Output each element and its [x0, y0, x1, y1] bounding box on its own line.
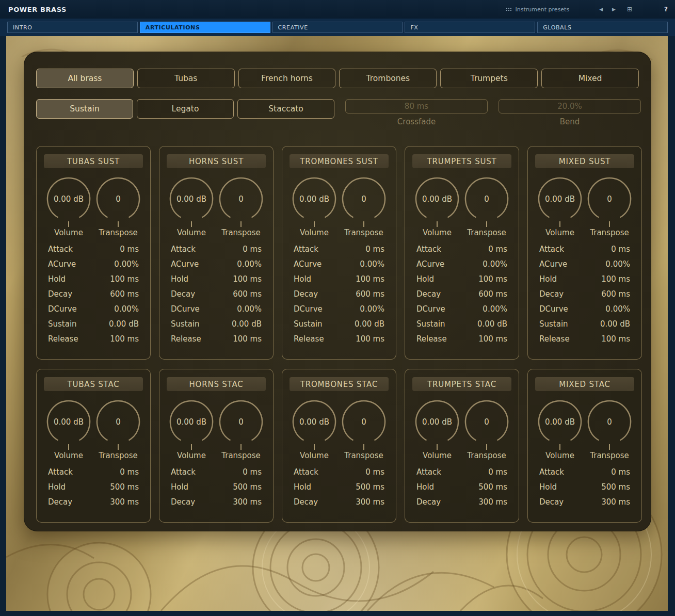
transpose-knob[interactable]: 0Transpose [462, 175, 511, 237]
param-value[interactable]: 0.00% [114, 260, 139, 269]
param-value[interactable]: 100 ms [356, 334, 384, 344]
card-title[interactable]: MIXED STAC [535, 377, 634, 391]
volume-knob[interactable]: 0.00 dBVolume [290, 175, 339, 237]
param-value[interactable]: 0.00% [360, 304, 384, 314]
card-title[interactable]: TUBAS STAC [44, 377, 143, 391]
param-value[interactable]: 0 ms [120, 245, 139, 254]
ensemble-button-trombones[interactable]: Trombones [339, 69, 437, 88]
transpose-knob[interactable]: 0Transpose [93, 175, 143, 237]
help-icon[interactable]: ? [664, 6, 668, 13]
param-value[interactable]: 100 ms [601, 334, 630, 344]
param-value[interactable]: 300 ms [233, 497, 262, 507]
param-value[interactable]: 300 ms [356, 497, 384, 507]
param-value[interactable]: 100 ms [110, 274, 139, 284]
tab-globals[interactable]: GLOBALS [537, 22, 668, 33]
ensemble-button-all-brass[interactable]: All brass [36, 69, 134, 88]
param-value[interactable]: 0.00% [605, 304, 630, 314]
articulation-button-staccato[interactable]: Staccato [237, 99, 334, 119]
param-value[interactable]: 0.00% [237, 304, 262, 314]
param-value[interactable]: 500 ms [356, 482, 384, 492]
param-value[interactable]: 500 ms [233, 482, 262, 492]
param-value[interactable]: 0 ms [120, 467, 139, 477]
param-value[interactable]: 100 ms [110, 334, 139, 344]
param-value[interactable]: 300 ms [601, 497, 630, 507]
bend-value[interactable]: 20.0% [499, 99, 641, 114]
tab-intro[interactable]: INTRO [7, 22, 138, 33]
param-value[interactable]: 0.00% [483, 304, 507, 314]
previous-preset-icon[interactable]: ◀ [599, 7, 603, 12]
card-title[interactable]: MIXED SUST [535, 154, 634, 168]
next-preset-icon[interactable]: ▶ [612, 7, 616, 12]
param-value[interactable]: 0.00 dB [232, 319, 262, 329]
param-value[interactable]: 0.00% [483, 260, 507, 269]
param-value[interactable]: 500 ms [601, 482, 630, 492]
articulation-button-legato[interactable]: Legato [137, 99, 234, 119]
param-value[interactable]: 0.00% [360, 260, 384, 269]
volume-knob[interactable]: 0.00 dBVolume [535, 398, 585, 460]
volume-knob[interactable]: 0.00 dBVolume [44, 175, 93, 237]
param-value[interactable]: 100 ms [478, 274, 507, 284]
articulation-button-sustain[interactable]: Sustain [36, 99, 133, 119]
transpose-knob[interactable]: 0Transpose [585, 175, 634, 237]
transpose-knob[interactable]: 0Transpose [216, 175, 266, 237]
ensemble-button-french-horns[interactable]: French horns [238, 69, 336, 88]
volume-knob[interactable]: 0.00 dBVolume [167, 175, 216, 237]
param-value[interactable]: 100 ms [601, 274, 630, 284]
tab-fx[interactable]: FX [405, 22, 535, 33]
volume-knob[interactable]: 0.00 dBVolume [412, 175, 462, 237]
volume-knob[interactable]: 0.00 dBVolume [535, 175, 585, 237]
param-value[interactable]: 0 ms [611, 467, 630, 477]
param-value[interactable]: 0 ms [243, 467, 262, 477]
card-title[interactable]: TUBAS SUST [44, 154, 143, 168]
param-value[interactable]: 600 ms [233, 289, 262, 299]
param-value[interactable]: 600 ms [110, 289, 139, 299]
param-value[interactable]: 300 ms [110, 497, 139, 507]
param-value[interactable]: 0 ms [365, 245, 384, 254]
param-value[interactable]: 0 ms [611, 245, 630, 254]
instrument-presets-button[interactable]: Instrument presets [506, 6, 570, 13]
param-value[interactable]: 600 ms [478, 289, 507, 299]
param-value[interactable]: 0.00% [237, 260, 262, 269]
volume-knob[interactable]: 0.00 dBVolume [290, 398, 339, 460]
transpose-knob[interactable]: 0Transpose [216, 398, 266, 460]
card-title[interactable]: TROMBONES SUST [290, 154, 389, 168]
param-value[interactable]: 100 ms [233, 274, 262, 284]
param-value[interactable]: 0 ms [488, 245, 507, 254]
tab-creative[interactable]: CREATIVE [272, 22, 403, 33]
param-value[interactable]: 300 ms [478, 497, 507, 507]
ensemble-button-tubas[interactable]: Tubas [137, 69, 235, 88]
card-title[interactable]: HORNS STAC [167, 377, 266, 391]
transpose-knob[interactable]: 0Transpose [585, 398, 634, 460]
param-value[interactable]: 0.00% [605, 260, 630, 269]
ensemble-button-trumpets[interactable]: Trumpets [440, 69, 538, 88]
card-title[interactable]: TROMBONES STAC [290, 377, 389, 391]
ensemble-button-mixed[interactable]: Mixed [541, 69, 639, 88]
param-value[interactable]: 600 ms [356, 289, 384, 299]
tab-articulations[interactable]: ARTICULATIONS [140, 22, 270, 33]
param-value[interactable]: 0.00% [114, 304, 139, 314]
param-value[interactable]: 500 ms [110, 482, 139, 492]
param-value[interactable]: 0.00 dB [477, 319, 507, 329]
transpose-knob[interactable]: 0Transpose [93, 398, 143, 460]
param-value[interactable]: 600 ms [601, 289, 630, 299]
param-value[interactable]: 0 ms [243, 245, 262, 254]
card-title[interactable]: TRUMPETS SUST [412, 154, 511, 168]
param-value[interactable]: 0.00 dB [109, 319, 139, 329]
card-title[interactable]: HORNS SUST [167, 154, 266, 168]
volume-knob[interactable]: 0.00 dBVolume [167, 398, 216, 460]
transpose-knob[interactable]: 0Transpose [339, 398, 389, 460]
transpose-knob[interactable]: 0Transpose [462, 398, 511, 460]
param-value[interactable]: 0 ms [488, 467, 507, 477]
param-value[interactable]: 100 ms [478, 334, 507, 344]
card-title[interactable]: TRUMPETS STAC [412, 377, 511, 391]
param-value[interactable]: 500 ms [478, 482, 507, 492]
param-value[interactable]: 0 ms [365, 467, 384, 477]
transpose-knob[interactable]: 0Transpose [339, 175, 389, 237]
crossfade-value[interactable]: 80 ms [345, 99, 488, 114]
param-value[interactable]: 100 ms [233, 334, 262, 344]
param-value[interactable]: 0.00 dB [355, 319, 384, 329]
volume-knob[interactable]: 0.00 dBVolume [44, 398, 93, 460]
window-icon[interactable]: ⊞ [627, 6, 632, 13]
param-value[interactable]: 0.00 dB [600, 319, 630, 329]
param-value[interactable]: 100 ms [356, 274, 384, 284]
